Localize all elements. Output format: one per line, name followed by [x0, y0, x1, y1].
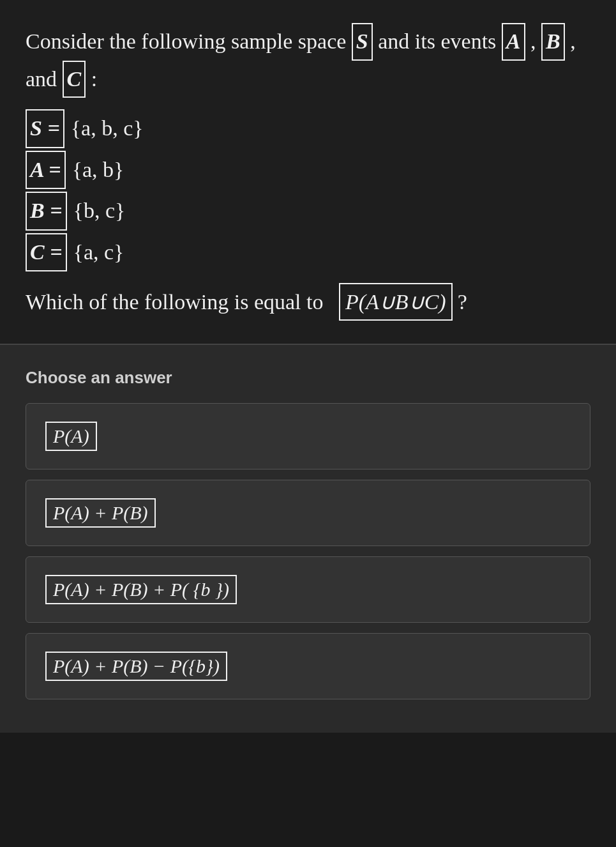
set-b-name: B = — [26, 192, 67, 230]
choose-label: Choose an answer — [26, 368, 590, 388]
answer-section: Choose an answer P(A) P(A) + P(B) P(A) +… — [0, 345, 616, 733]
option-b[interactable]: P(A) + P(B) — [26, 480, 590, 546]
option-a-formula: P(A) — [45, 422, 97, 451]
union-expr: P(A∪B∪C) — [339, 283, 453, 321]
space1 — [328, 286, 334, 318]
set-b-line: B = {b, c} — [26, 192, 590, 230]
c-label: C — [63, 61, 86, 98]
colon: : — [91, 67, 97, 91]
option-a[interactable]: P(A) — [26, 403, 590, 469]
b-union: B — [395, 290, 409, 314]
set-s-line: S = {a, b, c} — [26, 109, 590, 148]
c-union: C — [424, 290, 439, 314]
p-prefix: P( — [345, 290, 366, 314]
p-suffix: ) — [439, 290, 446, 314]
set-a-value: {a, b} — [72, 153, 124, 187]
set-definitions: S = {a, b, c} A = {a, b} B = {b, c} C = … — [26, 109, 590, 271]
option-b-formula: P(A) + P(B) — [45, 498, 156, 528]
comma1: , — [530, 29, 536, 53]
set-s-value: {a, b, c} — [71, 111, 144, 146]
s-label: S — [352, 23, 373, 61]
a-union: A — [366, 290, 379, 314]
union1: ∪ — [379, 290, 395, 314]
mid-text: and its events — [378, 29, 496, 53]
option-c[interactable]: P(A) + P(B) + P( {b }) — [26, 556, 590, 623]
set-a-line: A = {a, b} — [26, 151, 590, 189]
a-label: A — [502, 23, 525, 61]
b-label: B — [541, 23, 565, 61]
set-c-value: {a, c} — [73, 235, 124, 270]
option-d[interactable]: P(A) + P(B) − P({b}) — [26, 633, 590, 699]
intro-text: Consider the following sample space — [26, 29, 346, 53]
option-d-formula: P(A) + P(B) − P({b}) — [45, 652, 227, 681]
which-text: Which of the following is equal to — [26, 286, 323, 318]
set-c-name: C = — [26, 233, 67, 271]
set-a-name: A = — [26, 151, 66, 189]
set-c-line: C = {a, c} — [26, 233, 590, 271]
set-b-value: {b, c} — [73, 194, 126, 228]
question-mark: ? — [458, 286, 467, 318]
which-line: Which of the following is equal to P(A∪B… — [26, 283, 590, 321]
option-c-formula: P(A) + P(B) + P( {b }) — [45, 575, 237, 604]
and-text: and — [26, 67, 57, 91]
question-section: Consider the following sample space S an… — [0, 0, 616, 345]
union2: ∪ — [409, 290, 424, 314]
set-s-name: S = — [26, 109, 64, 148]
question-intro-line: Consider the following sample space S an… — [26, 23, 590, 98]
comma2: , — [570, 29, 576, 53]
